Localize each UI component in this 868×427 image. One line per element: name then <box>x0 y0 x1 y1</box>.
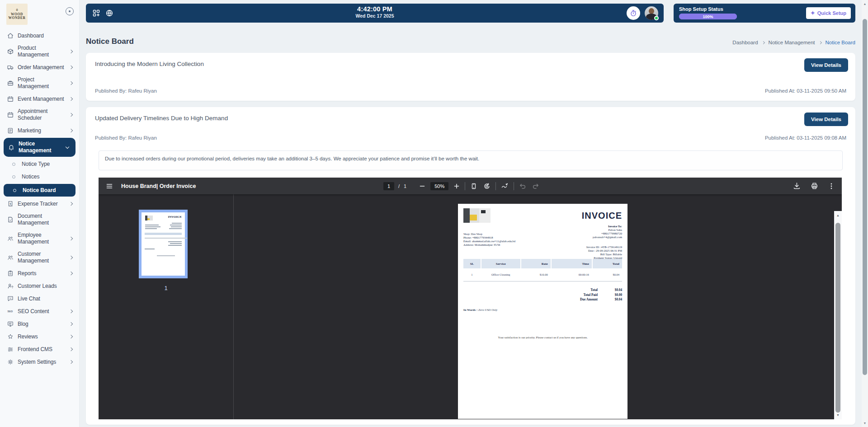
online-status-dot <box>654 16 659 20</box>
window-scrollbar-thumb[interactable] <box>863 19 867 375</box>
chevron-right-icon <box>69 66 73 69</box>
customer-management-icon <box>7 254 14 261</box>
pdf-thumbnail-page-number: 1 <box>139 285 193 291</box>
scroll-up-arrow[interactable]: ▲ <box>834 214 842 217</box>
chevron-right-icon <box>818 41 821 44</box>
sidebar-item-document-management[interactable]: Document Management <box>0 210 79 229</box>
rotate-icon[interactable] <box>482 182 491 191</box>
product-management-icon <box>7 48 14 55</box>
pdf-viewer: House Brand| Order Invoice 1 / 1 50% <box>99 178 842 419</box>
project-management-icon <box>7 80 14 87</box>
sidebar-item-blog[interactable]: Blog <box>0 318 79 330</box>
globe-icon[interactable] <box>105 9 113 17</box>
pdf-page-input[interactable]: 1 <box>383 182 394 190</box>
sidebar-item-system-settings[interactable]: System Settings <box>0 356 79 368</box>
scroll-down-arrow[interactable]: ▼ <box>862 422 868 425</box>
sidebar-item-seo-content[interactable]: SEO Content <box>0 305 79 318</box>
sidebar-item-notices[interactable]: Notices <box>0 170 79 183</box>
zoom-in-icon[interactable] <box>453 182 461 190</box>
pdf-scrollbar[interactable]: ▲ ▼ <box>834 211 842 419</box>
sidebar-item-notice-board[interactable]: Notice Board <box>4 184 75 197</box>
zoom-out-icon[interactable] <box>418 182 426 190</box>
sidebar-item-notice-management[interactable]: Notice Management <box>4 138 75 157</box>
chevron-right-icon <box>69 202 73 206</box>
scroll-down-arrow[interactable]: ▼ <box>834 413 842 417</box>
view-details-button[interactable]: View Details <box>804 113 848 126</box>
published-at: Published At: 03-11-2025 09:50 AM <box>765 88 846 94</box>
invoice-page: INVOICE Invoice To: Pabon Saha +88017799… <box>458 204 627 419</box>
sidebar-collapse-button[interactable] <box>66 7 74 15</box>
sidebar-item-order-management[interactable]: Order Management <box>0 61 79 74</box>
view-details-button[interactable]: View Details <box>804 58 848 72</box>
quick-setup-button[interactable]: ✦ Quick Setup <box>806 7 851 19</box>
breadcrumb-notice-management[interactable]: Notice Management <box>769 40 815 45</box>
invoice-to-block: Invoice To: Pabon Saha +8801779980720 pa… <box>593 225 622 239</box>
published-by: Published By: Rafeu Riyan <box>95 88 157 94</box>
user-avatar[interactable] <box>645 6 658 20</box>
seo-content-icon <box>7 308 14 315</box>
chevron-right-icon <box>69 322 73 326</box>
sidebar-item-project-management[interactable]: Project Management <box>0 74 79 93</box>
invoice-meta-block: Invoice ID : #TB-1759149119 Date : 29-09… <box>586 245 622 260</box>
brand-logo[interactable]: ⚘ WOOD WONDER <box>6 4 28 25</box>
annotate-pen-icon[interactable] <box>500 181 509 191</box>
redo-icon[interactable] <box>531 182 540 191</box>
pdf-scrollbar-thumb[interactable] <box>835 223 840 413</box>
clock: 4:42:00 PM Wed Dec 17 2025 <box>355 5 394 19</box>
blog-icon <box>7 320 14 328</box>
topbar: 4:42:00 PM Wed Dec 17 2025 <box>86 4 664 23</box>
document-management-icon <box>7 216 14 223</box>
reports-icon <box>7 270 14 277</box>
print-icon[interactable] <box>810 181 819 191</box>
pdf-document-title: House Brand| Order Invoice <box>121 183 196 189</box>
invoice-amount-in-words: In Words : Zero USD Only <box>463 308 497 311</box>
sidebar: ⚘ WOOD WONDER DashboardProduct Managemen… <box>0 0 80 427</box>
chevron-right-icon <box>762 41 765 44</box>
sidebar-item-marketing[interactable]: Marketing <box>0 124 79 137</box>
published-at: Published At: 03-11-2025 09:08 AM <box>765 135 846 141</box>
clock-time: 4:42:00 PM <box>355 5 394 13</box>
fit-to-page-icon[interactable] <box>469 182 478 191</box>
apps-grid-icon[interactable] <box>92 9 100 17</box>
pdf-zoom-level[interactable]: 50% <box>430 182 448 190</box>
pdf-menu-icon[interactable] <box>105 182 114 191</box>
sidebar-item-dashboard[interactable]: Dashboard <box>0 29 79 42</box>
invoice-footer-note: Your satisfaction is our priority. Pleas… <box>458 336 627 339</box>
sidebar-item-employee-management[interactable]: Employee Management <box>0 229 79 248</box>
window-scrollbar[interactable]: ▲ ▼ <box>862 0 868 427</box>
sidebar-item-expense-tracker[interactable]: Expense Tracker <box>0 197 79 210</box>
sidebar-item-notice-type[interactable]: Notice Type <box>0 158 79 170</box>
pdf-page-thumbnail[interactable]: INVOICE <box>139 210 188 278</box>
sidebar-item-customer-leads[interactable]: Customer Leads <box>0 280 79 292</box>
sidebar-item-event-management[interactable]: Event Management <box>0 93 79 105</box>
sidebar-item-appointment-scheduler[interactable]: Appointment Scheduler <box>0 105 79 124</box>
pdf-content-area: INVOICE 1 <box>99 194 842 419</box>
shop-setup-label: Shop Setup Status <box>679 6 723 12</box>
sidebar-item-live-chat[interactable]: Live Chat <box>0 292 79 305</box>
chevron-right-icon <box>69 97 73 101</box>
breadcrumb-notice-board[interactable]: Notice Board <box>826 40 855 45</box>
sidebar-item-reports[interactable]: Reports <box>0 267 79 280</box>
download-icon[interactable] <box>792 181 802 191</box>
appointment-scheduler-icon <box>7 111 14 118</box>
chevron-right-icon <box>69 113 73 117</box>
notice-title: Introducing the Modern Living Collection <box>95 61 204 67</box>
pos-timer-button[interactable] <box>627 6 640 20</box>
clock-date: Wed Dec 17 2025 <box>355 13 394 19</box>
dashboard-icon <box>7 32 14 39</box>
sidebar-item-frontend-cms[interactable]: Frontend CMS <box>0 343 79 356</box>
notice-card: Introducing the Modern Living Collection… <box>86 53 855 101</box>
stopwatch-icon <box>629 9 637 17</box>
sidebar-item-customer-management[interactable]: Customer Management <box>0 248 79 267</box>
sidebar-item-reviews[interactable]: Reviews <box>0 330 79 343</box>
breadcrumb-dashboard[interactable]: Dashboard <box>732 40 758 45</box>
scroll-up-arrow[interactable]: ▲ <box>862 2 868 5</box>
undo-icon[interactable] <box>518 182 527 191</box>
sidebar-item-product-management[interactable]: Product Management <box>0 42 79 61</box>
expense-tracker-icon <box>7 200 14 207</box>
page-title: Notice Board <box>86 37 134 46</box>
invoice-logo-image <box>463 208 491 223</box>
invoice-table-row: 1 Office Cleaning $10.00 00:00:16 $0.04 <box>463 268 622 282</box>
more-options-kebab-icon[interactable] <box>827 182 835 191</box>
frontend-cms-icon <box>7 346 14 353</box>
